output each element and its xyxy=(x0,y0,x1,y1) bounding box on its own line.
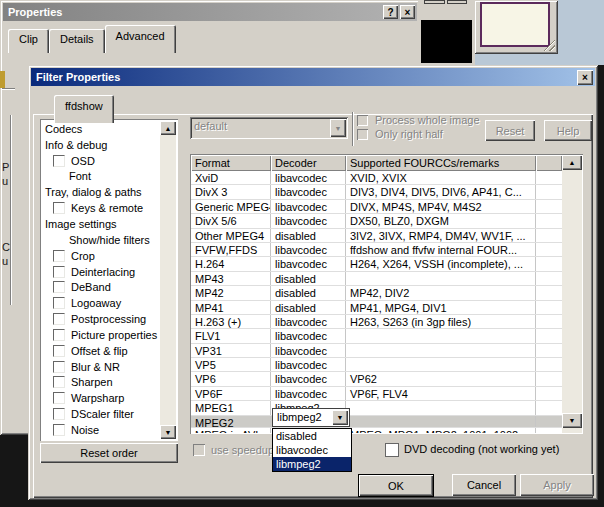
use-speedup-checkbox[interactable] xyxy=(193,444,205,456)
table-scrollbar[interactable]: ▲ ▼ xyxy=(562,155,582,433)
filter-enable-checkbox[interactable] xyxy=(53,266,65,278)
framed-window-canvas xyxy=(480,2,550,47)
filter-enable-checkbox[interactable] xyxy=(53,202,65,214)
process-option[interactable]: Process whole image xyxy=(357,113,480,127)
filter-enable-checkbox[interactable] xyxy=(53,361,65,373)
properties-tab[interactable]: Details xyxy=(49,29,105,53)
sidebar-item[interactable]: Picture properties xyxy=(42,327,160,343)
table-row[interactable]: DivX 5/6 libavcodec DX50, BLZ0, DXGM xyxy=(191,214,562,228)
chevron-down-icon[interactable]: ▼ xyxy=(330,119,346,137)
sidebar-item[interactable]: Sharpen xyxy=(42,375,160,391)
close-button[interactable]: × xyxy=(577,70,593,85)
table-row[interactable]: H.263 (+) libavcodec H263, S263 (in 3gp … xyxy=(191,315,562,329)
column-header-format[interactable]: Format xyxy=(191,155,271,171)
table-row[interactable]: H.264 libavcodec H264, X264, VSSH (incom… xyxy=(191,257,562,271)
preset-combo[interactable]: default ▼ xyxy=(190,117,348,139)
table-row[interactable]: VP5 libavcodec xyxy=(191,358,562,372)
tab-ffdshow[interactable]: ffdshow xyxy=(54,95,114,123)
help-button[interactable]: ? xyxy=(383,5,398,19)
table-row-editing[interactable]: MPEG2 xyxy=(191,416,562,428)
filter-enable-checkbox[interactable] xyxy=(53,297,65,309)
sidebar-item[interactable]: Warpsharp xyxy=(42,390,160,406)
dropdown-option[interactable]: libavcodec xyxy=(273,443,351,457)
sidebar-item[interactable]: Tray, dialog & paths xyxy=(42,184,160,200)
table-row[interactable]: MP41 disabled MP41, MPG4, DIV1 xyxy=(191,301,562,315)
sidebar-item[interactable]: Offset & flip xyxy=(42,343,160,359)
table-row-clipped[interactable]: MPEG in AVI MPEG, MPG1, MPG2, 1001, 1002 xyxy=(191,428,562,433)
decoder-cell: disabled xyxy=(271,229,346,242)
decoder-combo[interactable]: libmpeg2 ▼ xyxy=(272,408,350,427)
table-row[interactable]: MP43 disabled xyxy=(191,272,562,286)
table-row[interactable]: XviD libavcodec XVID, XVIX xyxy=(191,171,562,185)
sidebar-item-label: Picture properties xyxy=(71,329,157,341)
filter-enable-checkbox[interactable] xyxy=(53,408,65,420)
column-header-decoder[interactable]: Decoder xyxy=(271,155,346,171)
sidebar-item[interactable]: Keys & remote xyxy=(42,200,160,216)
sidebar-item[interactable]: Crop xyxy=(42,248,160,264)
table-row[interactable]: DivX 3 libavcodec DIV3, DIV4, DIV5, DIV6… xyxy=(191,185,562,199)
dropdown-option[interactable]: libmpeg2 xyxy=(273,457,351,471)
sidebar-item-label: OSD xyxy=(71,155,95,167)
sidebar-scrollbar[interactable]: ▲ ▼ xyxy=(160,121,176,439)
sidebar-item[interactable]: DeBand xyxy=(42,279,160,295)
scroll-down-icon[interactable]: ▼ xyxy=(562,413,582,428)
ok-button[interactable]: OK xyxy=(358,474,434,497)
properties-tab[interactable]: Clip xyxy=(8,29,49,53)
scroll-up-icon[interactable]: ▲ xyxy=(562,155,582,170)
table-row[interactable]: Other MPEG4 disabled 3IV2, 3IVX, RMP4, D… xyxy=(191,229,562,243)
apply-button[interactable]: Apply xyxy=(520,474,594,496)
column-header-empty[interactable] xyxy=(536,155,562,171)
filter-enable-checkbox[interactable] xyxy=(53,392,65,404)
remarks-cell xyxy=(346,272,536,285)
scroll-down-icon[interactable]: ▼ xyxy=(160,425,176,439)
sidebar-item[interactable]: Show/hide filters xyxy=(42,232,160,248)
sidebar-item[interactable]: Postprocessing xyxy=(42,311,160,327)
sidebar-item[interactable]: Blur & NR xyxy=(42,359,160,375)
process-option[interactable]: Only right half xyxy=(357,127,480,141)
decoder-cell: disabled xyxy=(271,272,346,285)
chevron-down-icon[interactable]: ▼ xyxy=(332,410,348,425)
radio-icon[interactable] xyxy=(357,129,368,140)
reset-order-button[interactable]: Reset order xyxy=(40,443,178,463)
table-row[interactable]: MPEG1 libmpeg2 xyxy=(191,401,562,415)
filter-enable-checkbox[interactable] xyxy=(53,329,65,341)
background-window-fragment xyxy=(418,0,475,65)
filter-enable-checkbox[interactable] xyxy=(53,250,65,262)
sidebar-item[interactable]: Deinterlacing xyxy=(42,264,160,280)
filter-enable-checkbox[interactable] xyxy=(53,313,65,325)
table-row[interactable]: VP6F libavcodec VP6F, FLV4 xyxy=(191,387,562,401)
sidebar-item[interactable]: Noise xyxy=(42,422,160,438)
dvd-decoding-checkbox[interactable] xyxy=(385,443,399,457)
dropdown-option[interactable]: disabled xyxy=(273,429,351,443)
table-row[interactable]: MP42 disabled MP42, DIV2 xyxy=(191,286,562,300)
filter-enable-checkbox[interactable] xyxy=(53,376,65,388)
cancel-button[interactable]: Cancel xyxy=(452,474,516,496)
filter-enable-checkbox[interactable] xyxy=(53,424,65,436)
table-row[interactable]: Generic MPEG4 libavcodec DIVX, MP4S, MP4… xyxy=(191,200,562,214)
sidebar-item[interactable]: OSD xyxy=(42,153,160,169)
sidebar-item[interactable]: DScaler filter xyxy=(42,406,160,422)
sidebar-item[interactable]: Font xyxy=(42,169,160,185)
table-row[interactable]: FVFW,FFDS libavcodec ffdshow and ffvfw i… xyxy=(191,243,562,257)
table-row[interactable]: VP6 libavcodec VP62 xyxy=(191,372,562,386)
properties-titlebar[interactable]: Properties xyxy=(3,3,417,21)
help-button[interactable]: Help xyxy=(544,120,592,141)
properties-tab[interactable]: Advanced xyxy=(105,25,176,53)
table-row[interactable]: FLV1 libavcodec xyxy=(191,329,562,343)
radio-icon[interactable] xyxy=(357,115,368,126)
sidebar-item[interactable]: Logoaway xyxy=(42,295,160,311)
sidebar-item-label: Info & debug xyxy=(45,139,107,151)
filter-enable-checkbox[interactable] xyxy=(53,345,65,357)
reset-button[interactable]: Reset xyxy=(485,120,535,141)
close-button[interactable]: × xyxy=(400,5,415,19)
sidebar-item[interactable]: Info & debug xyxy=(42,137,160,153)
sidebar-item[interactable]: Codecs xyxy=(42,121,160,137)
dialog-titlebar[interactable]: Filter Properties xyxy=(31,68,595,86)
sidebar-item[interactable]: Image settings xyxy=(42,216,160,232)
decoder-cell: libavcodec xyxy=(271,372,346,385)
filter-enable-checkbox[interactable] xyxy=(53,281,65,293)
table-row[interactable]: VP31 libavcodec xyxy=(191,344,562,358)
scroll-up-icon[interactable]: ▲ xyxy=(160,121,176,135)
column-header-fourccs[interactable]: Supported FOURCCs/remarks xyxy=(346,155,536,171)
filter-enable-checkbox[interactable] xyxy=(53,155,65,167)
